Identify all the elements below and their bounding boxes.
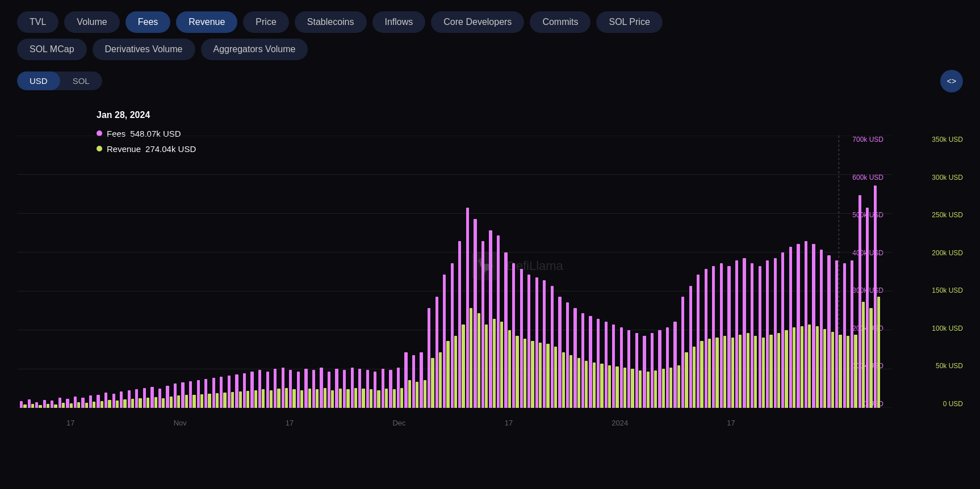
fees-bar — [835, 260, 838, 408]
bar-group — [181, 136, 188, 408]
revenue-bar — [508, 330, 511, 408]
revenue-bar — [631, 369, 634, 408]
revenue-bar — [200, 394, 203, 408]
revenue-bar — [324, 388, 326, 408]
revenue-bar — [339, 389, 342, 408]
bar-group — [535, 136, 542, 408]
nav-btn-stablecoins[interactable]: Stablecoins — [295, 11, 367, 33]
fees-bar — [135, 389, 138, 408]
revenue-bar — [208, 394, 211, 408]
fees-bar — [543, 280, 546, 408]
revenue-bar — [439, 352, 442, 408]
currency-toggle[interactable]: USD SOL — [17, 71, 102, 90]
embed-button[interactable]: <> — [940, 70, 963, 92]
fees-bar — [720, 263, 723, 408]
fees-bar — [297, 372, 300, 408]
currency-sol[interactable]: SOL — [60, 71, 102, 90]
bar-group — [558, 136, 565, 408]
bar-group — [520, 136, 527, 408]
revenue-bar — [854, 335, 857, 408]
fees-bar — [504, 252, 507, 408]
bar-group — [512, 136, 519, 408]
revenue-bar — [270, 390, 273, 408]
bar-group — [166, 136, 173, 408]
revenue-bar — [500, 322, 503, 408]
nav-btn-tvl[interactable]: TVL — [17, 11, 58, 33]
fees-bar — [335, 369, 338, 408]
revenue-bar — [708, 339, 711, 408]
bar-group — [789, 136, 796, 408]
revenue-bar — [769, 335, 772, 408]
revenue-bar — [192, 395, 195, 408]
nav-btn-sol-price[interactable]: SOL Price — [596, 11, 662, 33]
fees-bar — [374, 372, 376, 408]
revenue-bar — [292, 389, 295, 408]
fees-bar — [304, 369, 307, 408]
fees-bar — [658, 330, 661, 408]
fees-bar — [128, 390, 131, 408]
fees-bar — [112, 394, 115, 408]
revenue-bar — [862, 302, 865, 408]
revenue-bar — [400, 388, 403, 408]
nav-btn-volume[interactable]: Volume — [64, 11, 119, 33]
currency-usd[interactable]: USD — [17, 71, 60, 90]
revenue-bar — [170, 397, 173, 408]
bar-group — [320, 136, 326, 408]
bar-group — [412, 136, 419, 408]
revenue-bar — [446, 341, 449, 408]
bar-group — [66, 136, 73, 408]
fees-bar — [827, 255, 830, 408]
bar-group — [689, 136, 696, 408]
bar-group — [612, 136, 619, 408]
bar-group — [335, 136, 342, 408]
fees-bar — [705, 269, 707, 408]
bar-group — [420, 136, 426, 408]
x-axis-label: 17 — [505, 419, 513, 427]
fees-bar — [243, 373, 246, 408]
bar-group — [128, 136, 135, 408]
x-axis-label: Dec — [392, 419, 405, 427]
bar-group — [366, 136, 373, 408]
nav-btn-inflows[interactable]: Inflows — [372, 11, 426, 33]
nav-btn-core-developers[interactable]: Core Developers — [431, 11, 524, 33]
revenue-bar — [31, 404, 34, 408]
fees-bar — [197, 380, 200, 408]
fees-bar — [766, 260, 769, 408]
bar-group — [474, 136, 480, 408]
revenue-bar — [393, 389, 396, 408]
fees-bar — [435, 297, 438, 408]
revenue-bar — [816, 326, 819, 408]
revenue-bar — [93, 402, 95, 408]
revenue-bar — [362, 389, 365, 408]
fees-bar — [673, 322, 676, 408]
nav-btn-revenue[interactable]: Revenue — [176, 11, 237, 33]
fees-bar — [466, 208, 469, 408]
bar-group — [374, 136, 380, 408]
nav-btn-price[interactable]: Price — [243, 11, 288, 33]
bar-group — [20, 136, 27, 408]
revenue-bar — [478, 313, 480, 408]
revenue-bar — [877, 297, 880, 408]
bar-group — [174, 136, 181, 408]
bar-group — [497, 136, 504, 408]
fees-bar — [235, 374, 238, 408]
fees-bar — [412, 355, 415, 408]
second-row: SOL MCapDerivatives VolumeAggregators Vo… — [0, 39, 980, 66]
fees-bar — [204, 379, 207, 408]
bar-group — [204, 136, 211, 408]
revenue-bar — [523, 339, 526, 408]
revenue-bar — [77, 402, 80, 408]
nav-btn-derivatives-volume[interactable]: Derivatives Volume — [93, 39, 195, 60]
bar-group — [235, 136, 242, 408]
nav-btn-commits[interactable]: Commits — [530, 11, 590, 33]
nav-btn-fees[interactable]: Fees — [125, 11, 171, 33]
revenue-bar — [562, 352, 565, 408]
fees-bar — [312, 370, 315, 408]
bar-group — [759, 136, 765, 408]
nav-btn-aggregators-volume[interactable]: Aggregators Volume — [201, 39, 308, 60]
fees-bar — [397, 368, 400, 408]
fees-bar — [581, 313, 584, 408]
bar-group — [289, 136, 296, 408]
nav-btn-sol-mcap[interactable]: SOL MCap — [17, 39, 87, 60]
bar-group — [28, 136, 35, 408]
